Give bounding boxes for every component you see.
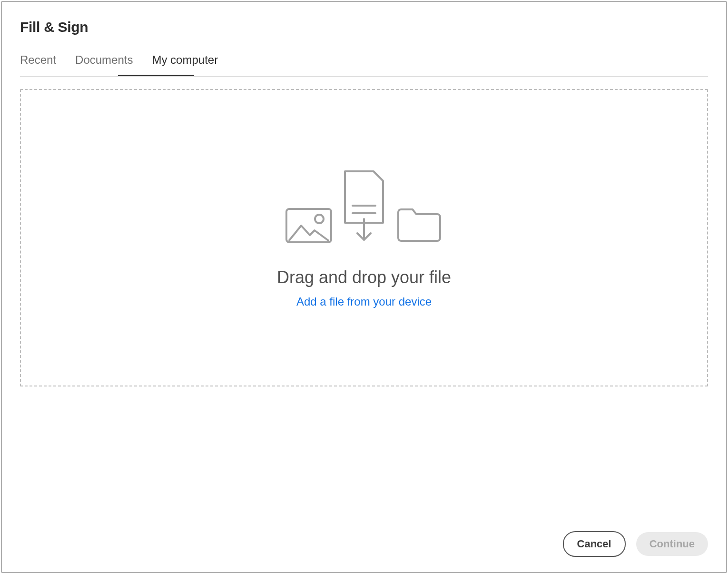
page-title: Fill & Sign [20, 19, 708, 35]
active-tab-indicator [118, 75, 194, 76]
image-icon [285, 208, 333, 244]
file-dropzone[interactable]: Drag and drop your file Add a file from … [20, 89, 708, 386]
dropzone-heading: Drag and drop your file [277, 267, 451, 287]
dialog-header: Fill & Sign [2, 2, 726, 35]
folder-icon [395, 207, 443, 244]
tab-documents[interactable]: Documents [75, 53, 133, 76]
cancel-button[interactable]: Cancel [563, 531, 626, 557]
document-download-icon [340, 168, 388, 244]
dropzone-container: Drag and drop your file Add a file from … [2, 77, 726, 572]
source-tabs: Recent Documents My computer [2, 53, 726, 76]
tab-recent[interactable]: Recent [20, 53, 56, 76]
continue-button[interactable]: Continue [636, 532, 708, 556]
tab-my-computer[interactable]: My computer [152, 53, 218, 76]
add-file-link[interactable]: Add a file from your device [296, 295, 432, 308]
dialog-footer: Cancel Continue [563, 531, 708, 557]
svg-point-1 [315, 215, 324, 223]
dropzone-icons [285, 168, 443, 244]
fill-sign-dialog: Fill & Sign Recent Documents My computer [1, 1, 727, 573]
